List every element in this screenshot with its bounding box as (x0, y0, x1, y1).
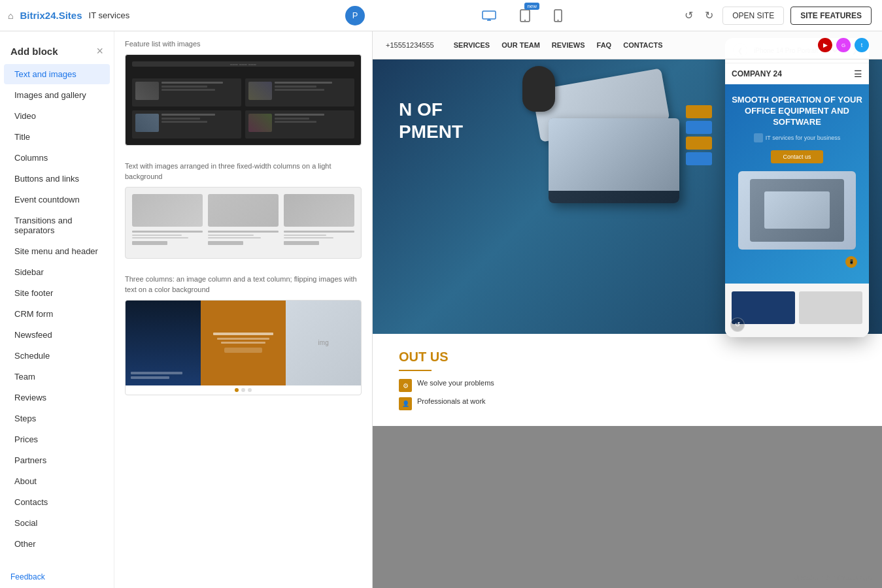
about-section: OUT US ⚙ We solve your problems 👤 Profes… (373, 334, 882, 426)
brand-name: Bitrix24.Sites (20, 10, 82, 21)
category-item-contacts[interactable]: Contacts (4, 492, 110, 512)
updated-timestamp: Updated 18 minutes ago (793, 574, 872, 581)
svg-point-6 (558, 20, 559, 21)
main-layout: Add block × Text and imagesImages and ga… (0, 31, 882, 588)
category-item-about[interactable]: About (4, 471, 110, 491)
category-item-columns[interactable]: Columns (4, 148, 110, 168)
category-item-newsfeed[interactable]: Newsfeed (4, 325, 110, 345)
block-preview-2[interactable] (125, 187, 362, 259)
about-title: OUT US (399, 350, 856, 365)
block-section-2: Text with images arranged in three fixed… (125, 161, 362, 259)
website-preview: +15551234555 SERVICES OUR TEAM REVIEWS F… (373, 31, 882, 588)
top-bar-left: ⌂ Bitrix24.Sites P (0, 6, 373, 25)
category-item-crm-form[interactable]: CRM form (4, 304, 110, 324)
top-bar: ⌂ Bitrix24.Sites P new ↺ ↻ OPEN SITE SIT… (0, 0, 882, 31)
mobile-menu-icon[interactable]: ☰ (854, 69, 862, 79)
mobile-site-bottom (725, 284, 869, 337)
category-item-social[interactable]: Social (4, 513, 110, 533)
site-phone: +15551234555 (386, 41, 434, 49)
block-section-1: Feature list with images ━━━ ━━━ ━━━ (125, 39, 362, 146)
category-item-reviews[interactable]: Reviews (4, 387, 110, 408)
twitter-icon[interactable]: t (855, 38, 869, 52)
open-site-button[interactable]: OPEN SITE (722, 7, 784, 25)
category-item-site-menu[interactable]: Site menu and header (4, 241, 110, 261)
category-item-team[interactable]: Team (4, 367, 110, 387)
redo-button[interactable]: ↻ (702, 7, 716, 24)
mobile-preview-overlay: ❮ iPhone 14 Pro Portrait iPhone 14 Pro L… (725, 38, 869, 337)
top-bar-right: ↺ ↻ OPEN SITE SITE FEATURES (671, 7, 882, 25)
about-sub2: Professionals at work (417, 397, 486, 405)
nav-services[interactable]: SERVICES (454, 41, 490, 49)
nav-contacts[interactable]: CONTACTS (623, 41, 662, 49)
add-block-panel: Add block × Text and imagesImages and ga… (0, 31, 373, 588)
svg-rect-0 (483, 11, 496, 19)
about-sub1: We solve your problems (417, 379, 494, 387)
panel-title: Add block (10, 46, 58, 57)
close-button[interactable]: × (96, 44, 103, 58)
mobile-contact-button[interactable]: Contact us (771, 150, 823, 163)
category-item-partners[interactable]: Partners (4, 450, 110, 470)
mobile-company-name: COMPANY 24 (732, 69, 782, 78)
category-item-video[interactable]: Video (4, 106, 110, 126)
mobile-laptop-image (738, 171, 856, 250)
block-desc-2: Text with images arranged in three fixed… (125, 161, 362, 182)
avatar: P (345, 6, 365, 25)
block-preview-area: Feature list with images ━━━ ━━━ ━━━ (114, 31, 372, 588)
home-icon[interactable]: ⌂ (8, 10, 13, 21)
mobile-refresh-button[interactable]: ↺ (730, 318, 745, 332)
category-item-title[interactable]: Title (4, 127, 110, 147)
svg-point-4 (524, 20, 526, 21)
category-item-event-countdown[interactable]: Event countdown (4, 189, 110, 210)
nav-faq[interactable]: FAQ (597, 41, 612, 49)
block-section-3: Three columns: an image column and a tex… (125, 274, 362, 395)
tablet-icon[interactable]: new (515, 7, 535, 25)
category-item-steps[interactable]: Steps (4, 408, 110, 429)
category-item-buttons-links[interactable]: Buttons and links (4, 169, 110, 189)
category-item-images-gallery[interactable]: Images and gallery (4, 85, 110, 105)
category-item-sidebar[interactable]: Sidebar (4, 262, 110, 282)
undo-button[interactable]: ↺ (682, 7, 696, 24)
feedback-link[interactable]: Feedback (10, 572, 45, 581)
social-icons: ▶ G t (818, 38, 869, 52)
category-item-site-footer[interactable]: Site footer (4, 283, 110, 303)
block-preview-1[interactable]: ━━━ ━━━ ━━━ (125, 54, 362, 146)
youtube-icon[interactable]: ▶ (818, 38, 832, 52)
category-list: Add block × Text and imagesImages and ga… (0, 31, 114, 588)
new-badge: new (524, 3, 539, 10)
hero-text: N OF PMENT (399, 99, 856, 142)
category-item-text-images[interactable]: Text and images (4, 64, 110, 84)
desktop-icon[interactable] (477, 8, 501, 24)
block-desc-1: Feature list with images (125, 39, 362, 49)
category-item-other[interactable]: Other (4, 534, 110, 554)
category-item-transitions[interactable]: Transitions and separators (4, 210, 110, 240)
site-name-input[interactable] (89, 10, 167, 20)
category-item-prices[interactable]: Prices (4, 429, 110, 449)
mobile-company-header: COMPANY 24 ☰ (725, 63, 869, 84)
category-item-schedule[interactable]: Schedule (4, 346, 110, 366)
site-nav: SERVICES OUR TEAM REVIEWS FAQ CONTACTS (454, 41, 663, 49)
site-features-button[interactable]: SITE FEATURES (790, 7, 872, 25)
block-preview-3[interactable]: img (125, 300, 362, 395)
nav-reviews[interactable]: REVIEWS (552, 41, 585, 49)
nav-our-team[interactable]: OUR TEAM (501, 41, 540, 49)
mobile-icon[interactable] (549, 7, 568, 25)
block-desc-3: Three columns: an image column and a tex… (125, 274, 362, 295)
category-list-container: Text and imagesImages and galleryVideoTi… (0, 64, 114, 554)
device-switcher: new (373, 7, 671, 25)
google-icon[interactable]: G (836, 38, 851, 52)
